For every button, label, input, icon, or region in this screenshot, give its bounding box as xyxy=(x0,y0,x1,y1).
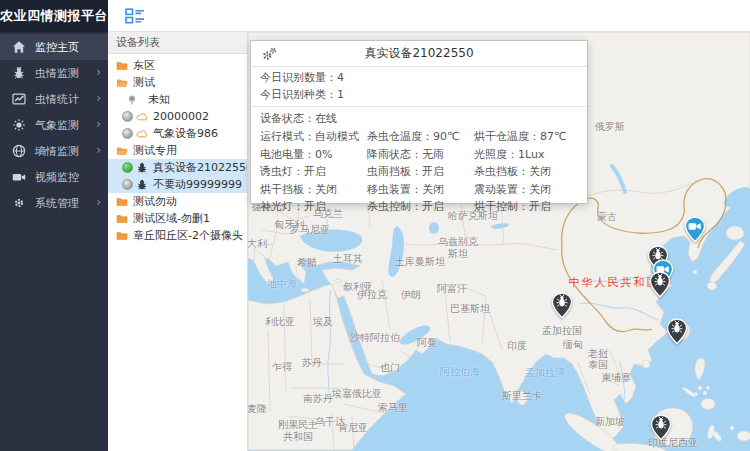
sidebar-item[interactable]: 墒情监测 › xyxy=(0,138,108,164)
tree-item-icon xyxy=(116,213,128,225)
video-icon xyxy=(12,170,26,184)
sidebar-item[interactable]: 气象监测 › xyxy=(0,112,108,138)
tree-item-icon xyxy=(116,230,128,242)
detail-cell: 诱虫灯：开启 xyxy=(260,163,367,181)
chevron-right-icon: › xyxy=(96,65,101,79)
status-dot xyxy=(122,111,133,122)
app-window: 农业四情测报平台 监控主页 › xyxy=(0,0,750,451)
tree-item[interactable]: 不要动99999999 xyxy=(108,176,247,193)
detail-cell: 补光灯：开启 xyxy=(260,198,367,216)
detail-cell: 虫雨挡板：开启 xyxy=(367,163,474,181)
device-marker[interactable] xyxy=(650,413,672,441)
sidebar-item-label: 气象监测 xyxy=(35,118,79,133)
chevron-right-icon: › xyxy=(96,91,101,105)
folder-open-icon xyxy=(116,145,128,157)
tree-item-icon xyxy=(126,94,138,106)
menu-icon xyxy=(12,40,26,54)
insect-device-icon xyxy=(136,162,148,174)
menu-icon xyxy=(12,196,26,210)
chevron-right-icon: › xyxy=(96,143,101,157)
folder-open-icon xyxy=(116,77,128,89)
folder-closed-icon xyxy=(116,213,128,225)
sidebar-item[interactable]: 监控主页 › xyxy=(0,34,108,60)
detail-cell: 降雨状态：无雨 xyxy=(367,146,474,164)
device-marker[interactable] xyxy=(666,317,688,345)
status-dot xyxy=(122,128,133,139)
detail-cell: 移虫装置：关闭 xyxy=(367,181,474,199)
app-title: 农业四情测报平台 xyxy=(0,0,108,32)
detail-cell: 杀虫挡板：关闭 xyxy=(474,163,587,181)
device-marker[interactable] xyxy=(551,291,573,319)
sidebar-item-label: 视频监控 xyxy=(35,170,79,185)
menu-icon xyxy=(12,118,26,132)
summary-row: 今日识别种类：1 xyxy=(251,86,587,103)
tree-item-label: 测试勿动 xyxy=(133,194,177,209)
device-marker[interactable] xyxy=(649,270,671,298)
sidebar: 农业四情测报平台 监控主页 › xyxy=(0,0,108,451)
settings-gears-icon[interactable] xyxy=(261,46,277,62)
topbar xyxy=(108,0,750,32)
tree-item-label: 未知 xyxy=(148,92,170,107)
tree-item[interactable]: 未知 xyxy=(108,91,247,108)
device-tree: 东区 测试 xyxy=(108,54,247,244)
weather-station-icon xyxy=(136,128,148,140)
popup-title: 真实设备21022550 xyxy=(364,45,473,62)
menu-icon xyxy=(12,66,26,80)
status-dot xyxy=(122,162,133,173)
weather-icon xyxy=(12,118,26,132)
tree-item[interactable]: 气象设备986 xyxy=(108,125,247,142)
tree-item-icon xyxy=(136,162,148,174)
menu-icon xyxy=(12,144,26,158)
tree-item-icon xyxy=(136,179,148,191)
device-status-row: 设备状态：在线 xyxy=(251,107,587,127)
tree-item[interactable]: 20000002 xyxy=(108,108,247,125)
globe-icon xyxy=(12,144,26,158)
tree-item-label: 20000002 xyxy=(153,110,209,123)
menu-icon xyxy=(12,170,26,184)
camera-glyph xyxy=(689,223,701,229)
detail-cell: 杀虫控制：开启 xyxy=(367,198,474,216)
tree-view-icon[interactable] xyxy=(125,8,145,24)
sidebar-item-label: 墒情监测 xyxy=(35,144,79,159)
tree-item-label: 章丘阳丘区-2个摄像头 xyxy=(133,228,243,243)
tree-item-label: 测试区域-勿删1 xyxy=(133,211,210,226)
sidebar-item[interactable]: 虫情统计 › xyxy=(0,86,108,112)
detail-cell: 电池电量：0% xyxy=(260,146,367,164)
tree-item[interactable]: 东区 xyxy=(108,57,247,74)
popup-header: 真实设备21022550 xyxy=(251,41,587,67)
tree-item-icon xyxy=(116,77,128,89)
tree-item-label: 测试 xyxy=(133,75,155,90)
tree-item[interactable]: 测试专用 xyxy=(108,142,247,159)
sidebar-item[interactable]: 系统管理 › xyxy=(0,190,108,216)
popup-summary: 今日识别数量：4今日识别种类：1 xyxy=(251,67,587,107)
chart-icon xyxy=(12,92,26,106)
tree-item[interactable]: 章丘阳丘区-2个摄像头 xyxy=(108,227,247,244)
chevron-right-icon: › xyxy=(96,195,101,209)
device-panel-header: 设备列表 xyxy=(108,32,247,54)
sidebar-item-label: 监控主页 xyxy=(35,40,79,55)
tree-item-label: 真实设备21022550 xyxy=(153,160,247,175)
sidebar-item-label: 虫情统计 xyxy=(35,92,79,107)
menu-icon xyxy=(12,92,26,106)
insect-device-icon xyxy=(136,179,148,191)
device-marker[interactable] xyxy=(684,215,706,243)
home-icon xyxy=(12,40,26,54)
sidebar-item-label: 系统管理 xyxy=(35,196,79,211)
detail-cell: 光照度：1Lux xyxy=(474,146,587,164)
sidebar-item[interactable]: 虫情监测 › xyxy=(0,60,108,86)
tree-item[interactable]: 真实设备21022550 xyxy=(108,159,247,176)
detail-cell: 烘干控制：开启 xyxy=(474,198,587,216)
folder-closed-icon xyxy=(116,230,128,242)
sidebar-menu: 监控主页 › 虫情监测 › xyxy=(0,32,108,216)
folder-closed-icon xyxy=(116,60,128,72)
tree-item[interactable]: 测试 xyxy=(108,74,247,91)
gear-icon xyxy=(12,196,26,210)
tree-item[interactable]: 测试勿动 xyxy=(108,193,247,210)
tree-item-icon xyxy=(136,111,148,123)
sidebar-item[interactable]: 视频监控 › xyxy=(0,164,108,190)
detail-cell: 烘干仓温度：87℃ xyxy=(474,128,587,146)
tree-item-icon xyxy=(116,196,128,208)
detail-cell: 烘干挡板：关闭 xyxy=(260,181,367,199)
tree-item[interactable]: 测试区域-勿删1 xyxy=(108,210,247,227)
folder-closed-icon xyxy=(116,196,128,208)
